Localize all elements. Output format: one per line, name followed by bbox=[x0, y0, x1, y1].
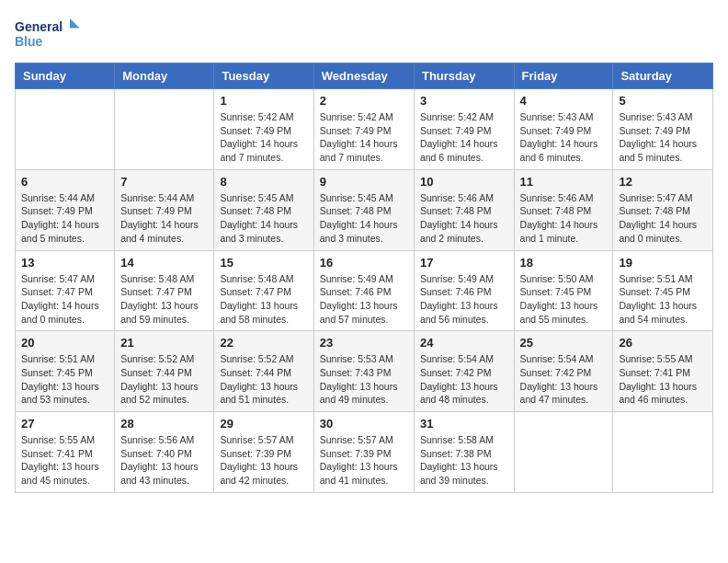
day-info: Sunrise: 5:57 AMSunset: 7:39 PMDaylight:… bbox=[220, 433, 307, 488]
day-info: Sunrise: 5:49 AMSunset: 7:46 PMDaylight:… bbox=[320, 272, 408, 327]
day-number: 31 bbox=[420, 417, 508, 431]
calendar-cell: 25Sunrise: 5:54 AMSunset: 7:42 PMDayligh… bbox=[514, 331, 613, 412]
day-info: Sunrise: 5:48 AMSunset: 7:47 PMDaylight:… bbox=[220, 272, 307, 327]
day-info: Sunrise: 5:52 AMSunset: 7:44 PMDaylight:… bbox=[120, 352, 208, 407]
calendar-cell: 14Sunrise: 5:48 AMSunset: 7:47 PMDayligh… bbox=[115, 250, 214, 331]
calendar-cell: 1Sunrise: 5:42 AMSunset: 7:49 PMDaylight… bbox=[214, 89, 313, 170]
day-info: Sunrise: 5:47 AMSunset: 7:47 PMDaylight:… bbox=[21, 272, 108, 327]
calendar-week-5: 27Sunrise: 5:55 AMSunset: 7:41 PMDayligh… bbox=[16, 412, 713, 493]
day-number: 16 bbox=[320, 256, 408, 270]
calendar-cell: 26Sunrise: 5:55 AMSunset: 7:41 PMDayligh… bbox=[613, 331, 713, 412]
day-info: Sunrise: 5:43 AMSunset: 7:49 PMDaylight:… bbox=[619, 110, 707, 165]
calendar-week-4: 20Sunrise: 5:51 AMSunset: 7:45 PMDayligh… bbox=[16, 331, 713, 412]
day-number: 22 bbox=[220, 336, 307, 350]
calendar-cell: 20Sunrise: 5:51 AMSunset: 7:45 PMDayligh… bbox=[16, 331, 115, 412]
day-number: 26 bbox=[619, 336, 707, 350]
calendar-cell: 15Sunrise: 5:48 AMSunset: 7:47 PMDayligh… bbox=[214, 250, 313, 331]
calendar-cell bbox=[514, 412, 613, 493]
calendar-cell: 10Sunrise: 5:46 AMSunset: 7:48 PMDayligh… bbox=[414, 169, 514, 250]
calendar-table: SundayMondayTuesdayWednesdayThursdayFrid… bbox=[15, 63, 713, 493]
weekday-header-sunday: Sunday bbox=[16, 63, 115, 89]
calendar-cell: 31Sunrise: 5:58 AMSunset: 7:38 PMDayligh… bbox=[414, 412, 514, 493]
day-number: 23 bbox=[320, 336, 408, 350]
day-number: 8 bbox=[220, 175, 307, 189]
calendar-cell: 19Sunrise: 5:51 AMSunset: 7:45 PMDayligh… bbox=[613, 250, 713, 331]
day-info: Sunrise: 5:55 AMSunset: 7:41 PMDaylight:… bbox=[21, 433, 108, 488]
day-info: Sunrise: 5:42 AMSunset: 7:49 PMDaylight:… bbox=[220, 110, 307, 165]
day-number: 7 bbox=[120, 175, 208, 189]
weekday-header-thursday: Thursday bbox=[414, 63, 514, 89]
day-info: Sunrise: 5:49 AMSunset: 7:46 PMDaylight:… bbox=[420, 272, 508, 327]
day-info: Sunrise: 5:51 AMSunset: 7:45 PMDaylight:… bbox=[619, 272, 707, 327]
day-info: Sunrise: 5:42 AMSunset: 7:49 PMDaylight:… bbox=[420, 110, 508, 165]
weekday-header-tuesday: Tuesday bbox=[214, 63, 313, 89]
calendar-cell: 3Sunrise: 5:42 AMSunset: 7:49 PMDaylight… bbox=[414, 89, 514, 170]
calendar-cell bbox=[16, 89, 115, 170]
day-info: Sunrise: 5:46 AMSunset: 7:48 PMDaylight:… bbox=[420, 191, 508, 246]
day-info: Sunrise: 5:48 AMSunset: 7:47 PMDaylight:… bbox=[120, 272, 208, 327]
calendar-cell: 9Sunrise: 5:45 AMSunset: 7:48 PMDaylight… bbox=[313, 169, 414, 250]
day-number: 11 bbox=[520, 175, 608, 189]
calendar-cell: 18Sunrise: 5:50 AMSunset: 7:45 PMDayligh… bbox=[514, 250, 613, 331]
day-number: 24 bbox=[420, 336, 508, 350]
calendar-cell: 22Sunrise: 5:52 AMSunset: 7:44 PMDayligh… bbox=[214, 331, 313, 412]
day-number: 21 bbox=[120, 336, 208, 350]
day-number: 19 bbox=[619, 256, 707, 270]
day-number: 4 bbox=[520, 94, 608, 108]
day-number: 13 bbox=[21, 256, 108, 270]
weekday-header-friday: Friday bbox=[514, 63, 613, 89]
day-info: Sunrise: 5:54 AMSunset: 7:42 PMDaylight:… bbox=[420, 352, 508, 407]
calendar-week-2: 6Sunrise: 5:44 AMSunset: 7:49 PMDaylight… bbox=[16, 169, 713, 250]
calendar-cell: 30Sunrise: 5:57 AMSunset: 7:39 PMDayligh… bbox=[313, 412, 414, 493]
day-info: Sunrise: 5:57 AMSunset: 7:39 PMDaylight:… bbox=[320, 433, 408, 488]
day-info: Sunrise: 5:43 AMSunset: 7:49 PMDaylight:… bbox=[520, 110, 608, 165]
day-info: Sunrise: 5:46 AMSunset: 7:48 PMDaylight:… bbox=[520, 191, 608, 246]
day-number: 12 bbox=[619, 175, 707, 189]
day-info: Sunrise: 5:42 AMSunset: 7:49 PMDaylight:… bbox=[320, 110, 408, 165]
day-number: 3 bbox=[420, 94, 508, 108]
day-number: 15 bbox=[220, 256, 307, 270]
day-number: 2 bbox=[320, 94, 408, 108]
day-info: Sunrise: 5:44 AMSunset: 7:49 PMDaylight:… bbox=[120, 191, 208, 246]
page-header: General Blue bbox=[15, 15, 713, 52]
weekday-header-saturday: Saturday bbox=[613, 63, 713, 89]
day-number: 27 bbox=[21, 417, 108, 431]
calendar-cell: 7Sunrise: 5:44 AMSunset: 7:49 PMDaylight… bbox=[115, 169, 214, 250]
day-number: 17 bbox=[420, 256, 508, 270]
day-info: Sunrise: 5:58 AMSunset: 7:38 PMDaylight:… bbox=[420, 433, 508, 488]
calendar-cell: 21Sunrise: 5:52 AMSunset: 7:44 PMDayligh… bbox=[115, 331, 214, 412]
calendar-cell: 23Sunrise: 5:53 AMSunset: 7:43 PMDayligh… bbox=[313, 331, 414, 412]
calendar-cell: 27Sunrise: 5:55 AMSunset: 7:41 PMDayligh… bbox=[16, 412, 115, 493]
calendar-header-row: SundayMondayTuesdayWednesdayThursdayFrid… bbox=[16, 63, 713, 89]
calendar-cell: 24Sunrise: 5:54 AMSunset: 7:42 PMDayligh… bbox=[414, 331, 514, 412]
calendar-cell: 2Sunrise: 5:42 AMSunset: 7:49 PMDaylight… bbox=[313, 89, 414, 170]
logo-svg: General Blue bbox=[15, 15, 79, 52]
calendar-cell: 17Sunrise: 5:49 AMSunset: 7:46 PMDayligh… bbox=[414, 250, 514, 331]
day-number: 30 bbox=[320, 417, 408, 431]
svg-text:General: General bbox=[15, 19, 63, 34]
day-info: Sunrise: 5:50 AMSunset: 7:45 PMDaylight:… bbox=[520, 272, 608, 327]
calendar-cell: 16Sunrise: 5:49 AMSunset: 7:46 PMDayligh… bbox=[313, 250, 414, 331]
day-number: 14 bbox=[120, 256, 208, 270]
calendar-cell: 5Sunrise: 5:43 AMSunset: 7:49 PMDaylight… bbox=[613, 89, 713, 170]
day-number: 1 bbox=[220, 94, 307, 108]
weekday-header-monday: Monday bbox=[115, 63, 214, 89]
day-info: Sunrise: 5:52 AMSunset: 7:44 PMDaylight:… bbox=[220, 352, 307, 407]
day-info: Sunrise: 5:47 AMSunset: 7:48 PMDaylight:… bbox=[619, 191, 707, 246]
day-info: Sunrise: 5:45 AMSunset: 7:48 PMDaylight:… bbox=[220, 191, 307, 246]
calendar-cell: 28Sunrise: 5:56 AMSunset: 7:40 PMDayligh… bbox=[115, 412, 214, 493]
calendar-cell: 29Sunrise: 5:57 AMSunset: 7:39 PMDayligh… bbox=[214, 412, 313, 493]
calendar-week-3: 13Sunrise: 5:47 AMSunset: 7:47 PMDayligh… bbox=[16, 250, 713, 331]
day-info: Sunrise: 5:51 AMSunset: 7:45 PMDaylight:… bbox=[21, 352, 108, 407]
day-info: Sunrise: 5:55 AMSunset: 7:41 PMDaylight:… bbox=[619, 352, 707, 407]
day-info: Sunrise: 5:44 AMSunset: 7:49 PMDaylight:… bbox=[21, 191, 108, 246]
calendar-cell: 8Sunrise: 5:45 AMSunset: 7:48 PMDaylight… bbox=[214, 169, 313, 250]
day-number: 25 bbox=[520, 336, 608, 350]
day-number: 28 bbox=[120, 417, 208, 431]
calendar-week-1: 1Sunrise: 5:42 AMSunset: 7:49 PMDaylight… bbox=[16, 89, 713, 170]
svg-text:Blue: Blue bbox=[15, 34, 43, 49]
calendar-cell: 12Sunrise: 5:47 AMSunset: 7:48 PMDayligh… bbox=[613, 169, 713, 250]
day-number: 9 bbox=[320, 175, 408, 189]
day-number: 18 bbox=[520, 256, 608, 270]
calendar-cell: 11Sunrise: 5:46 AMSunset: 7:48 PMDayligh… bbox=[514, 169, 613, 250]
